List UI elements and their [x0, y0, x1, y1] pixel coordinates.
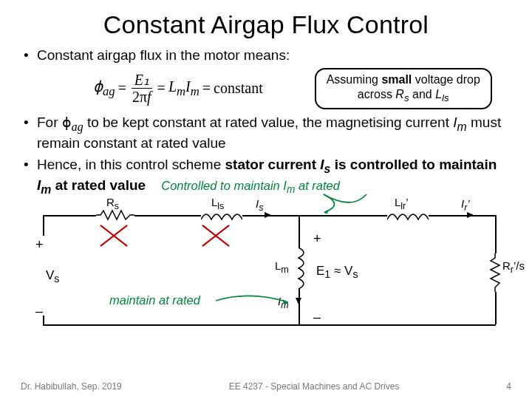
assumption-callout: Assuming small voltage drop across Rs an…	[315, 68, 492, 109]
slide: Constant Airgap Flux Control Constant ai…	[0, 0, 532, 399]
label-vs: Vs	[46, 268, 59, 284]
arrow-curve-icon	[322, 191, 389, 214]
cross-out-rs-icon	[99, 222, 129, 249]
label-ir: Ir’	[461, 197, 470, 213]
body-bullets: Constant airgap flux in the motor means:	[21, 47, 511, 65]
label-rs: Rs	[106, 196, 119, 211]
bullet-1: Constant airgap flux in the motor means:	[21, 47, 511, 65]
flux-equation: ϕag = E₁ 2πf = LmIm = constant	[93, 72, 263, 104]
label-lm: Lm	[275, 259, 289, 275]
resistor-rr-icon	[489, 253, 501, 292]
footer-course: EE 4237 - Special Machines and AC Drives	[229, 381, 400, 392]
minus-left: –	[35, 304, 43, 319]
label-is: Is	[256, 197, 263, 213]
cross-out-lls-icon	[201, 222, 231, 249]
equivalent-circuit: Rs Lls Is Llr’ Ir’ Rr’/s	[21, 200, 511, 341]
equation-row: ϕag = E₁ 2πf = LmIm = constant Assuming …	[93, 68, 511, 109]
label-rr-over-s: Rr’/s	[502, 259, 525, 275]
minus-e1: –	[313, 310, 321, 325]
footer-page-number: 4	[506, 381, 511, 392]
arrow-curve-bottom-icon	[213, 292, 294, 310]
plus-e1: +	[313, 231, 321, 247]
bullet-2: For ϕag to be kept constant at rated val…	[21, 114, 511, 153]
inductor-lm-icon	[293, 248, 304, 289]
slide-title: Constant Airgap Flux Control	[21, 10, 511, 39]
green-annotation-top: Controlled to maintain Im at rated	[161, 179, 340, 192]
slide-footer: Dr. Habibullah, Sep. 2019 EE 4237 - Spec…	[0, 381, 532, 392]
label-lls: Lls	[211, 196, 224, 211]
body-bullets-2: For ϕag to be kept constant at rated val…	[21, 114, 511, 198]
arrow-ir-icon	[467, 212, 474, 218]
label-e1: E1 ≈ Vs	[316, 264, 358, 280]
label-llr: Llr’	[395, 196, 409, 211]
arrow-is-icon	[265, 212, 271, 218]
green-annotation-bottom: maintain at rated	[109, 293, 200, 307]
plus-left: +	[35, 237, 44, 253]
footer-author: Dr. Habibullah, Sep. 2019	[21, 381, 122, 392]
arrow-im-icon	[296, 298, 301, 304]
bullet-3: Hence, in this control scheme stator cur…	[21, 156, 511, 198]
